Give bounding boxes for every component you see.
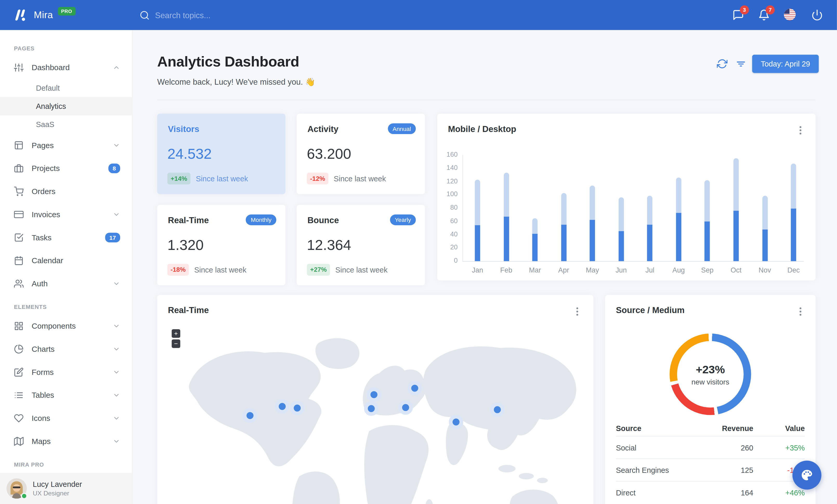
sidebar-subitem-label: Default [36,83,60,92]
theme-settings-fab[interactable] [793,461,821,489]
filter-button[interactable] [736,58,746,69]
list-icon [14,390,24,400]
brand[interactable]: Mira PRO [0,7,123,23]
sidebar-badge: 8 [108,163,120,173]
sidebar-item-tables[interactable]: Tables [0,384,132,407]
messages-button[interactable]: 3 [732,9,744,21]
sidebar-item-dashboard[interactable]: Dashboard [0,56,132,79]
sidebar-item-charts[interactable]: Charts [0,337,132,360]
bar-mobile-segment [475,225,480,261]
edit-icon [14,367,24,377]
bar-jun[interactable] [618,198,624,261]
bar-apr[interactable] [561,193,566,261]
sidebar-item-icons[interactable]: Icons [0,407,132,430]
stat-caption: Since last week [334,174,386,183]
map-zoom-in-button[interactable]: + [172,329,180,338]
map-marker[interactable] [243,408,257,423]
column-header: Source [616,424,694,432]
map-marker[interactable] [449,415,463,429]
bar-jan[interactable] [475,180,480,261]
bar-oct[interactable] [733,158,739,261]
chevron-down-icon [112,391,120,399]
search-input[interactable] [155,11,279,19]
kebab-icon [573,307,582,316]
date-range-button[interactable]: Today: April 29 [752,55,819,73]
sidebar-item-label: Projects [32,164,60,172]
revenue-cell: 125 [694,466,753,474]
map-marker[interactable] [364,402,378,416]
sidebar-item-tasks[interactable]: Tasks17 [0,226,132,249]
briefcase-icon [14,163,24,173]
sidebar-item-auth[interactable]: Auth [0,272,132,295]
map-marker[interactable] [408,381,422,395]
stat-title: Visitors [168,125,199,134]
sidebar-item-invoices[interactable]: Invoices [0,203,132,226]
table-row[interactable]: Social260+35% [616,436,805,459]
sidebar-item-forms[interactable]: Forms [0,360,132,384]
table-row[interactable]: Direct164+46% [616,481,805,504]
bar-desktop-segment [676,178,681,212]
refresh-button[interactable] [717,58,728,69]
navbar-search[interactable] [140,10,279,20]
bar-mar[interactable] [532,218,538,261]
map-menu-button[interactable] [573,307,582,316]
online-status-dot [21,493,27,499]
sidebar-item-projects[interactable]: Projects8 [0,157,132,180]
source-medium-menu-button[interactable] [796,307,805,316]
sidebar-item-label: Dashboard [32,63,70,72]
sidebar-subitem-saas[interactable]: SaaS [0,115,132,133]
bar-aug[interactable] [676,178,681,261]
sidebar-item-components[interactable]: Components [0,314,132,337]
period-badge[interactable]: Yearly [390,214,416,225]
grid-icon [14,321,24,331]
language-flag-button[interactable] [784,8,798,22]
map-marker[interactable] [275,399,289,414]
bar-dec[interactable] [791,164,796,261]
notifications-button[interactable]: 7 [758,9,770,21]
stat-caption: Since last week [194,265,246,274]
sidebar-item-label: Icons [32,414,50,422]
bar-may[interactable] [590,186,595,261]
period-badge[interactable]: Monthly [246,214,276,225]
heart-icon [14,413,24,423]
sidebar-section-label: PAGES [0,30,132,56]
bar-jul[interactable] [647,195,653,261]
map-marker[interactable] [367,387,381,402]
sidebar-section-label: MIRA PRO [0,452,132,472]
sidebar-item-maps[interactable]: Maps [0,429,132,452]
sidebar-item-calendar[interactable]: Calendar [0,249,132,272]
map-marker[interactable] [290,401,305,415]
sidebar-item-orders[interactable]: Orders [0,180,132,203]
user-profile[interactable]: Lucy Lavender UX Designer [0,473,132,504]
bar-mobile-segment [532,234,538,261]
page-subtitle: Welcome back, Lucy! We've missed you. 👋 [157,77,315,87]
palette-icon [800,468,814,482]
map-icon [14,436,24,446]
brand-name: Mira [34,10,53,20]
bar-desktop-segment [618,198,624,231]
bar-sep[interactable] [705,180,710,261]
logout-button[interactable] [811,9,823,21]
grid-icon [14,321,24,331]
bar-mobile-segment [762,229,768,261]
chart-menu-button[interactable] [796,126,805,135]
table-row[interactable]: Search Engines125-12% [616,459,805,482]
period-badge[interactable]: Annual [388,124,416,134]
bar-feb[interactable] [503,173,509,261]
column-header: Revenue [694,424,753,432]
sidebar-item-pages[interactable]: Pages [0,133,132,157]
sidebar-subitem-default[interactable]: Default [0,79,132,97]
delta-chip: -12% [307,173,328,184]
chevron-down-icon [112,280,120,287]
sidebar-subitem-analytics[interactable]: Analytics [0,97,132,115]
bar-desktop-segment [705,180,710,221]
map-zoom-out-button[interactable]: − [172,339,180,348]
mira-logo-icon [13,7,29,23]
chevron-down-icon [112,414,120,422]
map-marker[interactable] [398,400,413,415]
shopping-cart-icon [14,186,24,196]
sidebar-item-label: Forms [32,368,54,376]
map-marker[interactable] [490,403,504,417]
bar-nov[interactable] [762,195,768,261]
stat-caption: Since last week [335,265,388,274]
